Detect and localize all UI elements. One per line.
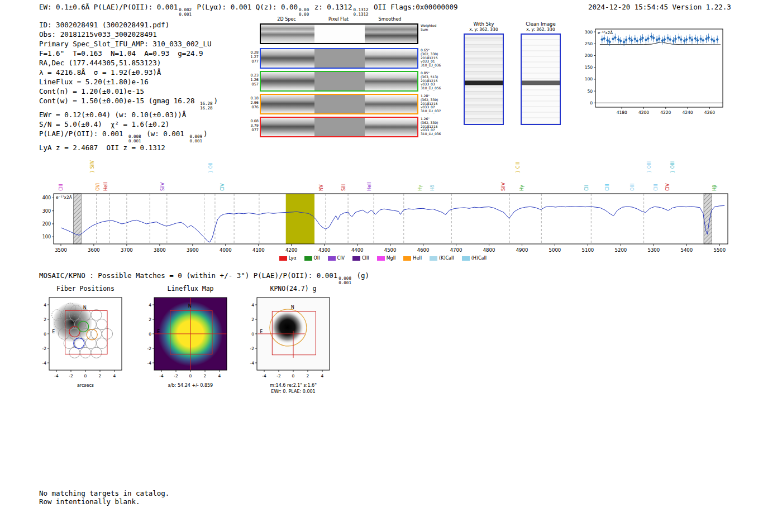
svg-text:4180: 4180: [617, 110, 627, 115]
legend-swatch: [403, 256, 411, 261]
row-2dspec-image: [261, 72, 314, 90]
text-segment: F=1.6" T=0.163 N=1.04 A=0.93 g=24.9: [39, 49, 203, 57]
meta-line: 310_LU_056: [421, 87, 441, 90]
meta-line: 310_LU_036: [421, 132, 441, 136]
svg-text:-4: -4: [262, 373, 266, 378]
svg-text:4300: 4300: [318, 247, 331, 253]
svg-text:4600: 4600: [417, 247, 430, 253]
elixer-report-page: EW: 0.1±0.6Å P(LAE)/P(OII): 0.0010.0020.…: [0, 0, 782, 532]
emission-line-label: CII: [584, 185, 589, 191]
text-segment: ID: 3002028491 (3002028491.pdf): [39, 21, 169, 29]
row-pixelflat-image: [314, 95, 365, 113]
row-pixelflat-image: [314, 49, 365, 68]
stacked-value: 0.0090.001: [189, 135, 202, 143]
svg-text:150: 150: [585, 65, 593, 70]
svg-text:2: 2: [44, 317, 46, 322]
emission-line-labels: CIII} SiIVOVIHeIISiIV} OIICIVNVSiIIHeIIH…: [32, 152, 733, 192]
cutout-row: 0.231.260570.85"(363, 513)20181215v033_0…: [246, 71, 487, 92]
footer-line: No matching targets in catalog.: [39, 489, 169, 497]
weight-value: 076: [246, 105, 259, 109]
cutout-row-weights: 0.231.26057: [246, 71, 260, 92]
legend-swatch: [352, 256, 360, 261]
cutout-row-weights: 0.281.27077: [246, 48, 260, 69]
emission-line-label: Hβ: [712, 185, 717, 191]
svg-text:N: N: [291, 305, 294, 310]
svg-text:-4: -4: [250, 361, 255, 366]
svg-text:50: 50: [587, 89, 593, 94]
text-segment: OII Flags:0x00000009: [370, 3, 458, 11]
svg-text:2: 2: [204, 373, 207, 378]
text-segment: (g): [352, 271, 369, 280]
text-segment: LyA z = 2.4687 OII z = 0.1312: [39, 143, 165, 152]
zoom-spectrum-chart: 05010015020025030041804200422042404260e⁻…: [576, 26, 738, 121]
kpno-caption-2: EWr: 0. PLAE: 0.001: [241, 389, 345, 394]
svg-text:400: 400: [42, 195, 51, 200]
svg-text:N: N: [83, 305, 87, 310]
svg-text:4: 4: [113, 373, 116, 378]
cutout-row-images: [260, 71, 418, 92]
svg-text:4: 4: [251, 303, 254, 308]
svg-text:4400: 4400: [351, 247, 364, 253]
legend-label: (H)CaII: [471, 256, 487, 261]
info-line: LineFlux = 5.20(±1.80)e-16: [39, 77, 218, 87]
svg-text:E: E: [52, 329, 55, 334]
fiber-cutout-rows: 0.281.270770.65"(362, 330)20181215v033_0…: [246, 48, 487, 137]
svg-text:4: 4: [321, 373, 324, 378]
svg-text:5200: 5200: [615, 247, 627, 253]
sum-label-line: Sum: [421, 28, 436, 32]
lineflux-caption: s/b: 54.24 +/- 0.859: [139, 383, 242, 388]
with-sky-panel: With Sky x, y: 362, 330: [464, 21, 504, 125]
cutout-row-meta: 1.26"(362, 330)20181215v033_07310_LU_036: [418, 117, 441, 137]
legend-label: Lyα: [289, 256, 297, 261]
sum-left-labels: [246, 23, 260, 44]
footer-line: Row intentionally blank.: [39, 497, 169, 506]
svg-text:100: 100: [585, 76, 593, 82]
text-segment: z: 0.1312: [310, 3, 352, 11]
weighted-sum-cutout: [260, 23, 418, 44]
info-line: Cont(w) = 1.50(±0.00)e-15 (gmag 16.28 16…: [39, 96, 218, 110]
info-line: F=1.6" T=0.163 N=1.04 A=0.93 g=24.9: [39, 49, 218, 58]
with-sky-title: With Sky: [464, 21, 504, 27]
svg-text:e⁻¹⁷x2Å: e⁻¹⁷x2Å: [56, 195, 73, 200]
svg-text:N: N: [188, 304, 192, 309]
svg-text:3600: 3600: [88, 247, 100, 253]
emission-line-label: CIII: [605, 184, 610, 191]
emission-line-label: HeII: [103, 182, 108, 191]
svg-text:e⁻¹⁷x2Å: e⁻¹⁷x2Å: [598, 30, 613, 35]
emission-line-label: HeII: [367, 182, 372, 191]
emission-line-label: Hγ: [418, 185, 423, 191]
svg-text:4000: 4000: [220, 247, 232, 253]
row-2dspec-image: [261, 95, 314, 113]
weight-value: 057: [246, 82, 259, 87]
svg-text:-2: -2: [250, 346, 255, 351]
svg-text:4800: 4800: [483, 247, 495, 253]
with-sky-image: [464, 33, 504, 125]
clean-image-title: Clean Image: [521, 21, 561, 27]
svg-text:4: 4: [149, 303, 151, 308]
stacked-value: 16.2816.28: [200, 102, 213, 110]
info-line: λ = 4216.8Å σ = 1.92(±0.93)Å: [39, 68, 218, 77]
text-segment: Primary Spec_Slot_IFU_AMP: 310_033_002_L…: [39, 40, 212, 48]
svg-text:4700: 4700: [450, 247, 462, 253]
info-line: EWr = 0.12(±0.04) (w: 0.10(±0.03))Å: [39, 110, 218, 119]
row-smoothed-image: [365, 72, 417, 90]
svg-text:-2: -2: [42, 346, 47, 351]
weight-value: 1.26: [246, 78, 259, 82]
lineflux-map-plot: NE-4-4-2-2002244: [139, 294, 242, 381]
svg-text:200: 200: [42, 222, 51, 227]
emission-line-label: OVI: [96, 183, 101, 191]
emission-line-label: SiII: [341, 184, 346, 191]
svg-text:5100: 5100: [582, 247, 594, 253]
legend-label: CIII: [362, 256, 369, 261]
fiber-positions-title: Fiber Positions: [34, 285, 137, 293]
cutout-section: 2D Spec Pixel Flat Smoothed Weighted Sum…: [246, 17, 487, 140]
svg-text:-2: -2: [147, 346, 152, 351]
svg-text:4: 4: [218, 373, 221, 378]
text-segment: ): [203, 130, 208, 138]
text-segment: P(LAE)/P(OII): 0.001: [39, 130, 127, 138]
svg-text:E: E: [260, 329, 263, 334]
emission-line-label: } SiIV: [90, 160, 95, 173]
emission-line-label: CIV: [665, 184, 670, 191]
text-segment: P(Lyα): 0.001 Q(z): 0.00: [193, 3, 298, 11]
svg-text:-4: -4: [159, 373, 164, 378]
